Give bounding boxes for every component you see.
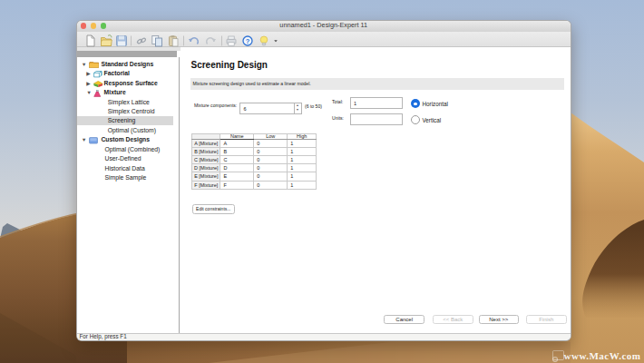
svg-text:?: ?	[246, 36, 250, 44]
